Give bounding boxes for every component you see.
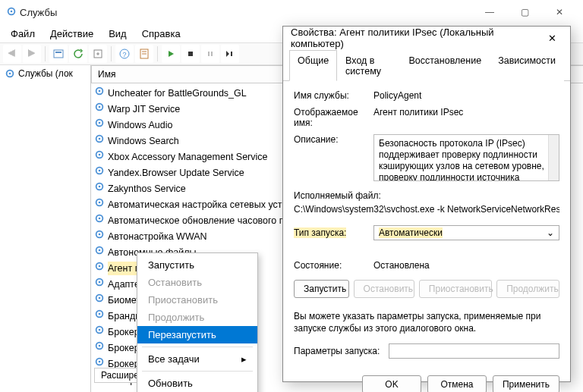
launch-params-input[interactable] bbox=[389, 343, 559, 359]
ok-button[interactable]: OK bbox=[362, 375, 421, 392]
start-type-select[interactable]: Автоматически ⌄ bbox=[373, 225, 559, 240]
menu-file[interactable]: Файл bbox=[5, 27, 41, 41]
description-scrollbar[interactable] bbox=[548, 135, 559, 180]
refresh-icon[interactable] bbox=[69, 45, 87, 63]
tab-general[interactable]: Общие bbox=[289, 50, 337, 81]
scope-pane: Службы (лок bbox=[0, 65, 91, 392]
service-name: Автонастройка WWAN bbox=[108, 230, 207, 243]
gear-icon bbox=[94, 245, 105, 259]
dialog-tabs: Общие Вход в систему Восстановление Зави… bbox=[283, 49, 570, 81]
ctx-resume: Продолжить bbox=[137, 309, 257, 326]
menu-help[interactable]: Справка bbox=[136, 27, 187, 41]
play-icon[interactable] bbox=[162, 45, 180, 63]
gear-icon bbox=[94, 325, 105, 339]
gear-icon bbox=[94, 102, 105, 116]
cancel-button[interactable]: Отмена bbox=[427, 375, 487, 392]
service-name: Zakynthos Service bbox=[108, 182, 186, 196]
export-icon[interactable] bbox=[89, 45, 107, 63]
scope-root-label: Службы (лок bbox=[18, 68, 73, 79]
label-state: Состояние: bbox=[294, 260, 366, 271]
label-display-name: Отображаемое имя: bbox=[294, 107, 366, 128]
stop-button: Остановить bbox=[354, 280, 414, 298]
dialog-titlebar: Свойства: Агент политики IPsec (Локальны… bbox=[283, 27, 570, 49]
tab-logon[interactable]: Вход в систему bbox=[337, 50, 400, 81]
help-icon[interactable]: ? bbox=[115, 45, 134, 63]
service-name: Автоматическое обновление часового пояс bbox=[108, 214, 300, 227]
svg-point-35 bbox=[99, 234, 101, 236]
ctx-refresh[interactable]: Обновить bbox=[137, 375, 257, 392]
chevron-right-icon: ▸ bbox=[241, 353, 247, 365]
label-start-type: Тип запуска: bbox=[294, 227, 346, 238]
dialog-close-button[interactable]: ✕ bbox=[542, 27, 563, 49]
ctx-restart[interactable]: Перезапустить bbox=[137, 326, 257, 343]
label-launch-params: Параметры запуска: bbox=[294, 346, 381, 356]
properties-icon[interactable] bbox=[135, 45, 153, 63]
properties-dialog: Свойства: Агент политики IPsec (Локальны… bbox=[282, 26, 571, 382]
pause-icon[interactable] bbox=[201, 45, 219, 63]
close-button[interactable]: ✕ bbox=[542, 0, 577, 24]
minimize-button[interactable]: — bbox=[472, 0, 507, 24]
gear-icon bbox=[94, 197, 105, 212]
gear-icon bbox=[94, 309, 105, 323]
stop-icon[interactable] bbox=[181, 45, 200, 63]
dialog-title: Свойства: Агент политики IPsec (Локальны… bbox=[291, 27, 542, 49]
svg-point-47 bbox=[99, 329, 101, 331]
back-button[interactable]: ⯇ bbox=[3, 45, 21, 63]
svg-text:?: ? bbox=[122, 51, 126, 58]
menu-view[interactable]: Вид bbox=[102, 27, 133, 41]
start-type-value: Автоматически bbox=[379, 227, 443, 238]
gear-icon bbox=[94, 213, 105, 227]
service-name: Xbox Accessory Management Service bbox=[108, 150, 268, 164]
app-icon bbox=[6, 6, 17, 19]
svg-point-21 bbox=[99, 122, 101, 124]
resume-button: Продолжить bbox=[496, 280, 559, 298]
svg-point-25 bbox=[99, 154, 101, 156]
maximize-button[interactable]: ▢ bbox=[507, 0, 542, 24]
svg-point-33 bbox=[99, 218, 101, 220]
tab-dependencies[interactable]: Зависимости bbox=[490, 50, 564, 81]
service-name: Брокер bbox=[108, 325, 140, 339]
svg-rect-2 bbox=[54, 50, 63, 58]
restart-icon[interactable] bbox=[221, 45, 239, 63]
label-service-name: Имя службы: bbox=[294, 90, 366, 101]
value-state: Остановлена bbox=[373, 260, 559, 271]
svg-point-41 bbox=[99, 281, 101, 284]
svg-point-49 bbox=[99, 345, 101, 347]
svg-rect-3 bbox=[55, 52, 61, 53]
gear-icon bbox=[94, 149, 105, 164]
scope-root[interactable]: Службы (лок bbox=[0, 65, 90, 82]
svg-point-37 bbox=[99, 249, 101, 252]
gear-icon bbox=[94, 229, 105, 243]
value-service-name: PolicyAgent bbox=[373, 90, 559, 101]
ctx-pause: Приостановить bbox=[137, 291, 257, 309]
gear-icon bbox=[94, 340, 105, 355]
svg-point-39 bbox=[99, 265, 101, 268]
ctx-start[interactable]: Запустить bbox=[137, 256, 257, 274]
gear-icon bbox=[94, 165, 105, 180]
chevron-down-icon: ⌄ bbox=[547, 227, 554, 238]
service-name: Windows Audio bbox=[108, 118, 172, 132]
tab-recovery[interactable]: Восстановление bbox=[401, 50, 490, 81]
context-menu: Запустить Остановить Приостановить Продо… bbox=[137, 252, 258, 392]
description-textbox[interactable]: Безопасность протокола IP (IPsec) поддер… bbox=[373, 134, 559, 181]
svg-point-29 bbox=[99, 186, 101, 188]
service-name: Автоматическая настройка сетевых устройс bbox=[108, 198, 303, 212]
ctx-all-tasks[interactable]: Все задачи ▸ bbox=[137, 350, 257, 368]
menu-action[interactable]: Действие bbox=[44, 27, 99, 41]
gear-icon bbox=[94, 118, 105, 132]
label-exe-path: Исполняемый файл: bbox=[294, 190, 559, 201]
service-name: Брокер bbox=[108, 341, 140, 355]
svg-point-43 bbox=[99, 297, 101, 299]
gear-icon bbox=[94, 261, 105, 275]
ctx-all-tasks-label: Все задачи bbox=[148, 353, 200, 365]
toolbar-icon[interactable] bbox=[49, 45, 68, 63]
forward-button[interactable]: ⯈ bbox=[23, 45, 41, 63]
value-display-name: Агент политики IPsec bbox=[373, 107, 559, 128]
service-name: Yandex.Browser Update Service bbox=[108, 166, 244, 180]
svg-point-1 bbox=[11, 10, 13, 12]
apply-button[interactable]: Применить bbox=[493, 375, 559, 392]
info-text: Вы можете указать параметры запуска, при… bbox=[294, 310, 559, 334]
start-button[interactable]: Запустить bbox=[294, 280, 349, 298]
svg-rect-13 bbox=[231, 52, 232, 56]
svg-point-51 bbox=[99, 361, 101, 363]
